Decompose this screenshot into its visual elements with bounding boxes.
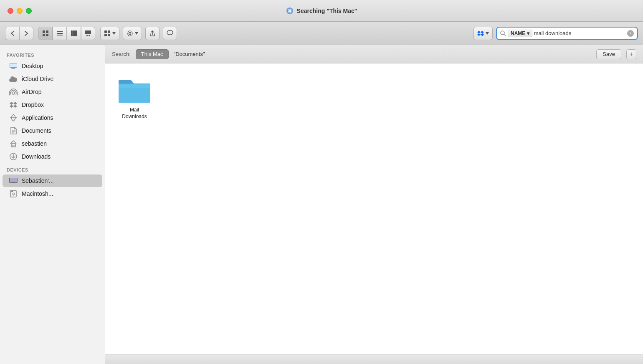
sidebar-item-airdrop[interactable]: AirDrop [3, 86, 102, 98]
svg-rect-33 [11, 68, 15, 69]
title-bar: ⌘ Searching "This Mac" [0, 0, 643, 22]
sidebar-item-label-downloads: Downloads [22, 153, 51, 160]
group-button[interactable] [100, 27, 119, 40]
grid-icon [42, 30, 49, 37]
svg-marker-36 [13, 102, 17, 105]
scope-this-mac-button[interactable]: This Mac [136, 49, 169, 59]
file-area-content: Mail Downloads [105, 63, 643, 354]
add-criteria-button[interactable]: + [626, 49, 636, 59]
group-icon [104, 30, 111, 37]
share-icon [149, 30, 156, 37]
sidebar-item-downloads[interactable]: Downloads [3, 150, 102, 163]
svg-rect-7 [57, 33, 63, 34]
search-label: Search: [112, 51, 131, 57]
svg-rect-12 [85, 30, 91, 34]
svg-marker-23 [477, 31, 481, 33]
list-icon [56, 30, 63, 37]
sidebar-item-label-applications: Applications [22, 114, 53, 121]
search-icon [500, 30, 506, 36]
forward-button[interactable] [19, 27, 33, 40]
documents-icon [9, 126, 18, 135]
toolbar: NAME ▾ × [0, 22, 643, 45]
back-icon [10, 30, 15, 36]
svg-rect-48 [10, 178, 17, 182]
back-button[interactable] [5, 27, 19, 40]
svg-rect-3 [46, 30, 48, 33]
svg-rect-15 [104, 30, 107, 33]
maximize-button[interactable] [26, 8, 32, 14]
svg-text:⌘: ⌘ [288, 9, 292, 13]
sidebar-item-label-home: sebastien [22, 140, 47, 147]
chevron-down-icon-dropbox [486, 32, 489, 35]
file-item-mail-downloads[interactable]: Mail Downloads [114, 72, 155, 123]
sidebar-item-dropbox[interactable]: Dropbox [3, 99, 102, 111]
svg-rect-2 [43, 30, 45, 33]
traffic-lights [8, 8, 32, 14]
sidebar-item-label-airdrop: AirDrop [22, 88, 41, 95]
sidebar-item-icloud[interactable]: iCloud Drive [3, 73, 102, 85]
scope-documents-text[interactable]: "Documents" [174, 51, 205, 57]
minimize-button[interactable] [17, 8, 23, 14]
search-clear-button[interactable]: × [627, 30, 634, 37]
file-area: Mail Downloads [105, 63, 643, 364]
svg-rect-11 [75, 30, 77, 36]
tag-button[interactable] [163, 27, 177, 40]
sidebar-item-home[interactable]: sebastien [3, 137, 102, 150]
close-button[interactable] [8, 8, 13, 14]
chevron-down-icon [112, 32, 116, 35]
svg-rect-31 [10, 63, 17, 67]
chevron-down-icon-settings [135, 32, 138, 35]
desktop-icon [9, 62, 18, 70]
window-title-text: Searching "This Mac" [297, 8, 357, 14]
svg-rect-16 [108, 30, 110, 33]
icloud-icon [9, 75, 18, 83]
search-name-badge[interactable]: NAME ▾ [508, 30, 532, 37]
cover-icon [85, 30, 91, 37]
search-input[interactable] [534, 30, 625, 36]
devices-label: Devices [0, 163, 105, 174]
folder-icon [118, 75, 151, 104]
sidebar-item-macintosh-hd[interactable]: Macintosh... [3, 187, 102, 200]
search-scope-bar: Search: This Mac "Documents" Save + [105, 45, 643, 63]
svg-rect-14 [89, 35, 90, 36]
view-list-button[interactable] [53, 27, 67, 40]
home-icon [9, 139, 18, 148]
svg-marker-25 [477, 33, 481, 36]
svg-point-53 [13, 194, 14, 195]
forward-icon [24, 30, 28, 36]
dropbox-button[interactable] [473, 27, 493, 40]
share-button[interactable] [145, 27, 159, 40]
svg-rect-6 [57, 31, 63, 32]
svg-line-29 [504, 34, 506, 36]
svg-marker-35 [10, 102, 13, 105]
file-grid: Mail Downloads [114, 72, 635, 123]
svg-rect-18 [108, 34, 110, 36]
svg-marker-37 [10, 105, 13, 108]
svg-rect-5 [46, 34, 48, 36]
sidebar: Favorites Desktop iCloud Drive [0, 45, 105, 364]
nav-group [5, 27, 33, 40]
svg-rect-17 [104, 34, 107, 36]
svg-rect-8 [57, 35, 63, 35]
view-column-button[interactable] [67, 27, 81, 40]
gear-icon [127, 30, 133, 37]
svg-rect-22 [167, 30, 173, 35]
sidebar-item-label-desktop: Desktop [22, 63, 43, 69]
svg-rect-13 [86, 35, 88, 36]
settings-button[interactable] [123, 27, 142, 40]
finder-icon: ⌘ [286, 7, 294, 15]
svg-rect-54 [11, 191, 13, 192]
svg-point-20 [127, 31, 132, 36]
sidebar-item-documents[interactable]: Documents [3, 124, 102, 137]
view-icon-button[interactable] [38, 27, 53, 40]
sidebar-item-sebastien-mac[interactable]: Sebastien'... [3, 174, 102, 187]
sidebar-item-desktop[interactable]: Desktop [3, 60, 102, 72]
view-cover-button[interactable] [81, 27, 95, 40]
sidebar-item-applications[interactable]: Applications [3, 111, 102, 124]
svg-marker-38 [13, 105, 17, 108]
svg-rect-9 [71, 30, 73, 36]
sidebar-item-label-documents: Documents [22, 127, 51, 134]
svg-rect-4 [43, 34, 45, 36]
save-search-button[interactable]: Save [596, 49, 621, 59]
main-content: Favorites Desktop iCloud Drive [0, 45, 643, 364]
